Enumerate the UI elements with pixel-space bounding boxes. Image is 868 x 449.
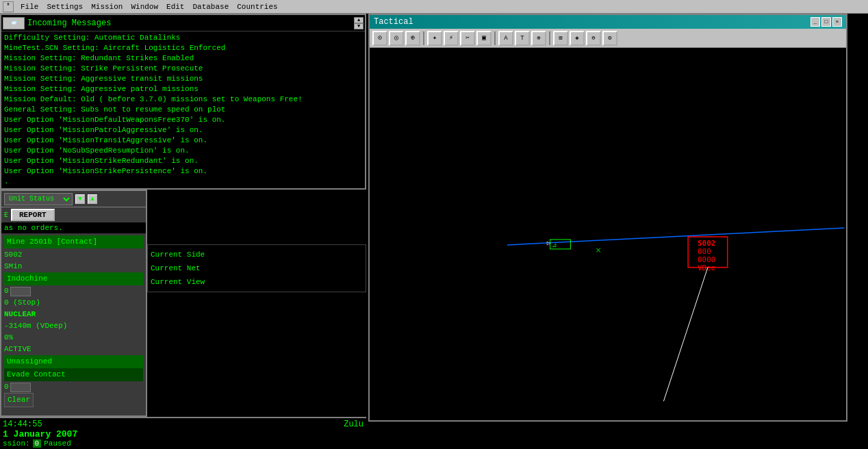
side-right-panel: Current Side Current Net Current View <box>147 190 366 417</box>
svg-text:×: × <box>596 244 601 255</box>
tool-btn-7[interactable]: ▣ <box>476 31 492 46</box>
tac-minimize-btn[interactable]: _ <box>810 17 820 27</box>
app-icon: * <box>3 1 14 12</box>
scroll-up-btn[interactable]: ▲ <box>354 17 363 23</box>
stop-row: 0 (Stop) <box>4 297 143 309</box>
msg-line-14: . <box>4 177 362 187</box>
report-row: E REPORT <box>1 207 146 222</box>
clear-row: Clear <box>4 393 34 407</box>
messages-content: Difficulty Setting: Automatic Datalinks … <box>1 31 365 188</box>
unit-status-panel: Unit Status ▼ ▲ E REPORT as no orders. M… <box>0 190 147 417</box>
unit-status-scroll-btn[interactable]: ▲ <box>88 194 97 204</box>
unit-status-title-left: Unit Status ▼ ▲ <box>4 193 97 205</box>
evade-row: Evade Contact <box>4 368 143 381</box>
tool-btn-pkg[interactable]: ◈ <box>570 31 585 46</box>
menu-file[interactable]: File <box>16 2 42 12</box>
left-panel: 📨 Incoming Messages ▲ ▼ Difficulty Setti… <box>0 14 366 449</box>
menu-countries[interactable]: Countries <box>233 2 281 12</box>
menu-mission[interactable]: Mission <box>87 2 127 12</box>
location-row: Indochine <box>4 272 143 285</box>
current-view-label: Current View <box>151 275 363 289</box>
msg-line-1: MineTest.SCN Setting: Aircraft Logistics… <box>4 43 362 53</box>
menu-database[interactable]: Database <box>188 2 233 12</box>
tool-btn-3[interactable]: ⊕ <box>405 31 420 46</box>
mine-contact-row: Mine 2501b [Contact] <box>4 235 143 248</box>
tool-btn-1[interactable]: ⊙ <box>372 31 387 46</box>
incoming-bar: 📨 Incoming Messages ▲ ▼ <box>1 15 365 31</box>
tool-btn-A[interactable]: A <box>498 31 513 46</box>
tactical-title: Tactical <box>374 17 413 27</box>
tool-btn-2[interactable]: ◎ <box>389 31 404 46</box>
tool-btn-6[interactable]: ✂ <box>460 31 475 46</box>
msg-line-0: Difficulty Setting: Automatic Datalinks <box>4 33 362 43</box>
date-display: 1 January 2007 <box>3 429 363 439</box>
tac-close-btn[interactable]: × <box>832 17 842 27</box>
active-row: ACTIVE <box>4 344 143 355</box>
tac-title-buttons: _ □ × <box>810 17 842 27</box>
assignment-row: Unassigned <box>4 355 143 368</box>
svg-line-0 <box>507 228 844 245</box>
tactical-toolbar: ⊙ ◎ ⊕ ✦ ⚡ ✂ ▣ A T ⊗ ⊞ ◈ ⊜ ⚙ <box>370 29 846 48</box>
tool-btn-zap[interactable]: ⊞ <box>553 31 568 46</box>
report-button[interactable]: REPORT <box>11 209 55 221</box>
main-area: 📨 Incoming Messages ▲ ▼ Difficulty Setti… <box>0 14 868 449</box>
msg-line-13: User Option 'MissionStrikePersistence' i… <box>4 166 362 177</box>
unit-type-row: SMin <box>4 261 143 272</box>
unit-status-select[interactable]: Unit Status <box>4 193 73 205</box>
svg-line-10 <box>663 268 708 402</box>
mission-label: ssion: <box>3 439 30 448</box>
msg-line-11: User Option 'NoSubSpeedResumption' is on… <box>4 146 362 156</box>
msg-line-7: General Setting: Subs not to resume spee… <box>4 105 362 115</box>
scroll-down-btn[interactable]: ▼ <box>354 23 363 29</box>
msg-line-4: Mission Setting: Aggressive transit miss… <box>4 74 362 84</box>
menu-settings[interactable]: Settings <box>42 2 87 12</box>
scroll-buttons[interactable]: ▲ ▼ <box>354 17 363 29</box>
msg-line-12: User Option 'MissionStrikeRedundant' is … <box>4 156 362 166</box>
mission-status-display: ssion: 0 Paused <box>3 439 363 448</box>
nuclear-row: NUCLEAR <box>4 309 143 320</box>
menubar: * File Settings Mission Window Edit Data… <box>0 0 868 14</box>
unit-info: Mine 2501b [Contact] S002 SMin Indochine… <box>1 233 146 415</box>
value2-row: 0 <box>4 381 143 393</box>
msg-line-3: Mission Setting: Strike Persistent Prose… <box>4 64 362 74</box>
middle-section: Unit Status ▼ ▲ E REPORT as no orders. M… <box>0 190 366 417</box>
svg-text:⊿: ⊿ <box>552 242 557 248</box>
current-side-label: Current Side <box>151 248 363 261</box>
menu-edit[interactable]: Edit <box>162 2 188 12</box>
time-value: 14:44:55 <box>3 420 42 429</box>
current-panels: Current Side Current Net Current View <box>147 244 366 292</box>
tactical-window: Tactical _ □ × ⊙ ◎ ⊕ ✦ ⚡ ✂ ▣ A T ⊗ ⊞ ◈ ⊜… <box>368 14 847 422</box>
toolbar-sep-1 <box>423 31 424 45</box>
incoming-title: Incoming Messages <box>27 18 111 28</box>
timezone: Zulu <box>344 420 363 429</box>
msg-line-6: Mission Default: Old ( before 3.7.0) mis… <box>4 94 362 105</box>
messages-window: 📨 Incoming Messages ▲ ▼ Difficulty Setti… <box>0 14 366 190</box>
tac-maximize-btn[interactable]: □ <box>821 17 831 27</box>
msg-line-10: User Option 'MissionTransitAggressive' i… <box>4 136 362 146</box>
depth-row: -3140m (VDeep) <box>4 320 143 332</box>
tool-btn-T[interactable]: T <box>515 31 530 46</box>
tool-btn-globe[interactable]: ⊗ <box>531 31 546 46</box>
tool-btn-4[interactable]: ✦ <box>427 31 442 46</box>
incoming-icon: 📨 <box>3 17 25 29</box>
time-display: 14:44:55 Zulu <box>3 420 363 429</box>
unit-status-dropdown-btn[interactable]: ▼ <box>75 194 85 204</box>
tool-btn-5[interactable]: ⚡ <box>444 31 459 46</box>
mission-num: 0 <box>33 439 42 448</box>
no-orders-msg: as no orders. <box>1 222 146 233</box>
tool-btn-gear[interactable]: ⚙ <box>602 31 617 46</box>
bottom-status: 14:44:55 Zulu 1 January 2007 ssion: 0 Pa… <box>0 417 366 449</box>
msg-line-8: User Option 'MissionDefaultWeaponsFree37… <box>4 115 362 125</box>
tactical-map[interactable]: × ▷ ⊿ S002 000 0000 VDee <box>370 48 846 420</box>
toolbar-sep-3 <box>549 31 550 45</box>
unit-tab-label: E <box>4 211 8 219</box>
menu-window[interactable]: Window <box>127 2 162 12</box>
percent-row: 0% <box>4 332 143 344</box>
current-net-label: Current Net <box>151 261 363 275</box>
tactical-svg: × ▷ ⊿ S002 000 0000 VDee <box>370 48 846 420</box>
paused-text: Paused <box>44 439 71 448</box>
msg-line-9: User Option 'MissionPatrolAggressive' is… <box>4 125 362 136</box>
tool-btn-shield[interactable]: ⊜ <box>586 31 601 46</box>
toolbar-sep-2 <box>494 31 496 45</box>
msg-line-2: Mission Setting: Redundant Strikes Enabl… <box>4 53 362 64</box>
